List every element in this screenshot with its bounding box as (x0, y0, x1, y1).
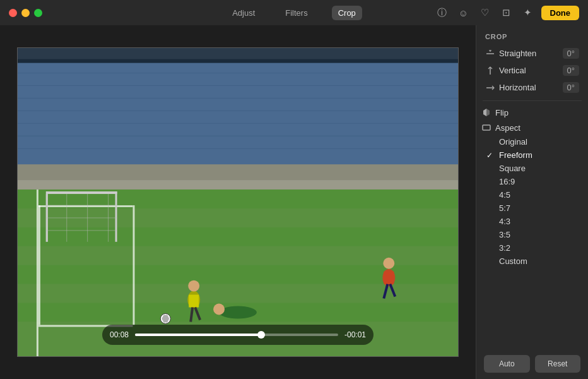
check-16-9 (486, 177, 495, 186)
reset-button[interactable]: Reset (535, 355, 581, 373)
vertical-icon (485, 66, 495, 76)
video-scene (18, 48, 458, 356)
panel-title: CROP (476, 25, 588, 45)
tab-crop[interactable]: Crop (332, 6, 362, 20)
svg-rect-47 (384, 272, 394, 284)
svg-point-43 (219, 306, 257, 319)
minimize-button[interactable] (21, 9, 30, 17)
aspect-label: Aspect (495, 123, 520, 133)
aspect-option-5-7[interactable]: 5:7 (481, 202, 583, 215)
aspect-option-original[interactable]: Original (481, 135, 583, 148)
horizontal-value: 0° (563, 82, 579, 93)
flip-section-header[interactable]: Flip (476, 105, 588, 120)
scrubber-thumb[interactable] (257, 331, 265, 339)
video-player[interactable]: 00:08 -00:01 (17, 47, 459, 357)
traffic-lights (9, 9, 42, 17)
magic-icon[interactable]: ✦ (520, 4, 536, 21)
check-freeform: ✓ (486, 151, 495, 160)
svg-rect-30 (46, 191, 117, 194)
svg-rect-23 (37, 190, 38, 356)
vertical-control[interactable]: Vertical 0° (480, 63, 584, 78)
svg-rect-11 (18, 59, 458, 63)
svg-point-44 (213, 304, 225, 315)
vertical-value: 0° (563, 65, 579, 76)
aspect-option-custom[interactable]: Custom (481, 255, 583, 268)
svg-rect-40 (189, 295, 199, 308)
toolbar-icons: ⓘ ☺ ♡ ⊡ ✦ Done (434, 4, 580, 21)
straighten-control[interactable]: Straighten 0° (480, 45, 584, 61)
horizontal-label: Horizontal (499, 83, 536, 92)
video-controls: 00:08 -00:01 (102, 325, 373, 345)
horizontal-label-row: Horizontal (485, 83, 536, 93)
titlebar: Adjust Filters Crop ⓘ ☺ ♡ ⊡ ✦ Done (0, 0, 588, 25)
aspect-option-freeform[interactable]: ✓ Freeform (481, 148, 583, 162)
aspect-options-list: Original ✓ Freeform Square 16:9 4:5 5:7 (476, 135, 588, 268)
vertical-label: Vertical (499, 66, 526, 75)
video-area: 00:08 -00:01 (0, 25, 476, 379)
svg-point-46 (383, 258, 394, 269)
aspect-option-3-5[interactable]: 3:5 (481, 228, 583, 241)
current-time: 00:08 (110, 330, 129, 339)
check-original (486, 138, 495, 147)
auto-button[interactable]: Auto (484, 355, 530, 373)
straighten-icon (485, 49, 495, 59)
heart-icon[interactable]: ♡ (477, 4, 493, 21)
svg-rect-51 (483, 125, 490, 130)
aspect-icon (481, 123, 491, 133)
aspect-option-16-9[interactable]: 16:9 (481, 175, 583, 188)
scrubber-track[interactable] (135, 334, 338, 336)
aspect-option-4-5[interactable]: 4:5 (481, 188, 583, 202)
tab-adjust[interactable]: Adjust (226, 6, 261, 20)
nav-tabs: Adjust Filters Crop (226, 6, 362, 20)
svg-rect-2 (18, 61, 458, 168)
svg-rect-26 (38, 205, 40, 325)
divider-1 (483, 100, 582, 101)
done-button[interactable]: Done (541, 6, 580, 20)
vertical-label-row: Vertical (485, 66, 526, 76)
flip-icon (481, 107, 491, 117)
check-5-7 (486, 204, 495, 213)
close-button[interactable] (9, 9, 17, 17)
crop-controls-section: Straighten 0° Vertical 0° (476, 45, 588, 97)
info-icon[interactable]: ⓘ (434, 4, 450, 21)
tab-filters[interactable]: Filters (279, 6, 314, 20)
horizontal-control[interactable]: Horizontal 0° (480, 80, 584, 95)
check-3-5 (486, 231, 495, 239)
check-square (486, 164, 495, 173)
check-custom (486, 257, 495, 266)
horizontal-icon (485, 83, 495, 93)
check-4-3 (486, 217, 495, 226)
aspect-option-square[interactable]: Square (481, 162, 583, 175)
aspect-option-4-3[interactable]: 4:3 (481, 215, 583, 228)
svg-point-39 (188, 280, 199, 292)
straighten-value: 0° (563, 48, 579, 59)
flip-label: Flip (495, 108, 509, 117)
straighten-label-row: Straighten (485, 49, 536, 59)
scrubber-fill (135, 334, 261, 336)
straighten-label: Straighten (499, 49, 536, 58)
remaining-time: -00:01 (344, 330, 366, 339)
aspect-option-3-2[interactable]: 3:2 (481, 241, 583, 255)
check-3-2 (486, 244, 495, 253)
check-4-5 (486, 191, 495, 200)
svg-rect-27 (132, 205, 134, 325)
bottom-buttons: Auto Reset (476, 349, 588, 379)
svg-rect-29 (115, 191, 117, 242)
maximize-button[interactable] (34, 9, 42, 17)
crop-icon[interactable]: ⊡ (498, 4, 515, 21)
smiley-icon[interactable]: ☺ (456, 4, 472, 21)
aspect-section-header[interactable]: Aspect (476, 120, 588, 135)
main-content: 00:08 -00:01 CROP (0, 25, 588, 379)
right-panel: CROP Straighten 0° (476, 25, 588, 379)
